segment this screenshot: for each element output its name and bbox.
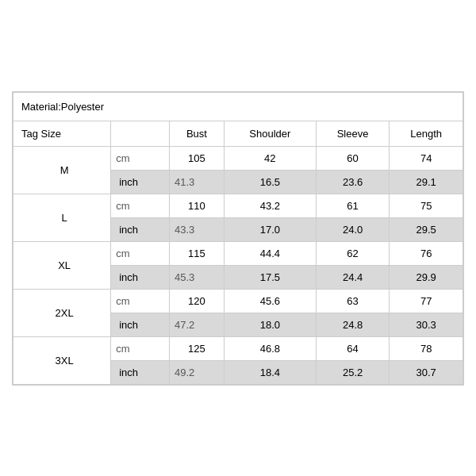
size-chart: Material:Polyester Tag Size Bust Shoulde… bbox=[12, 91, 464, 386]
sleeve-cm-XL: 62 bbox=[316, 241, 390, 265]
sleeve-inch-XL: 24.4 bbox=[316, 265, 390, 289]
bust-inch-L: 43.3 bbox=[169, 217, 224, 241]
unit-cm-XL: cm bbox=[111, 241, 170, 265]
length-inch-3XL: 30.7 bbox=[390, 360, 463, 384]
bust-cm-3XL: 125 bbox=[169, 336, 224, 360]
shoulder-cm-L: 43.2 bbox=[224, 194, 316, 217]
table-row: M cm 105 42 60 74 bbox=[13, 146, 463, 170]
sleeve-inch-M: 23.6 bbox=[316, 170, 390, 194]
length-inch-2XL: 30.3 bbox=[390, 313, 463, 336]
size-label-3XL: 3XL bbox=[13, 336, 111, 384]
unit-cm-M: cm bbox=[111, 146, 170, 170]
length-cm-2XL: 77 bbox=[390, 289, 463, 313]
shoulder-cm-3XL: 46.8 bbox=[224, 336, 316, 360]
table-title: Material:Polyester bbox=[13, 92, 463, 121]
shoulder-inch-L: 17.0 bbox=[224, 217, 316, 241]
shoulder-cm-2XL: 45.6 bbox=[224, 289, 316, 313]
unit-inch-L: inch bbox=[111, 217, 170, 241]
unit-cm-L: cm bbox=[111, 194, 170, 217]
size-label-M: M bbox=[13, 146, 111, 194]
bust-cm-2XL: 120 bbox=[169, 289, 224, 313]
table-row: 3XL cm 125 46.8 64 78 bbox=[13, 336, 463, 360]
size-label-L: L bbox=[13, 194, 111, 241]
shoulder-inch-3XL: 18.4 bbox=[224, 360, 316, 384]
sleeve-cm-2XL: 63 bbox=[316, 289, 390, 313]
unit-inch-XL: inch bbox=[111, 265, 170, 289]
bust-inch-XL: 45.3 bbox=[169, 265, 224, 289]
unit-inch-2XL: inch bbox=[111, 313, 170, 336]
sleeve-cm-3XL: 64 bbox=[316, 336, 390, 360]
sleeve-cm-M: 60 bbox=[316, 146, 390, 170]
bust-inch-M: 41.3 bbox=[169, 170, 224, 194]
length-inch-XL: 29.9 bbox=[390, 265, 463, 289]
size-label-2XL: 2XL bbox=[13, 289, 111, 336]
size-label-XL: XL bbox=[13, 241, 111, 289]
length-inch-M: 29.1 bbox=[390, 170, 463, 194]
unit-inch-3XL: inch bbox=[111, 360, 170, 384]
shoulder-inch-XL: 17.5 bbox=[224, 265, 316, 289]
bust-cm-XL: 115 bbox=[169, 241, 224, 265]
table-row: L cm 110 43.2 61 75 bbox=[13, 194, 463, 217]
sleeve-inch-2XL: 24.8 bbox=[316, 313, 390, 336]
sleeve-cm-L: 61 bbox=[316, 194, 390, 217]
length-cm-M: 74 bbox=[390, 146, 463, 170]
bust-inch-2XL: 47.2 bbox=[169, 313, 224, 336]
length-inch-L: 29.5 bbox=[390, 217, 463, 241]
unit-cm-3XL: cm bbox=[111, 336, 170, 360]
table-row: 2XL cm 120 45.6 63 77 bbox=[13, 289, 463, 313]
col-header-bust: Bust bbox=[169, 121, 224, 146]
length-cm-3XL: 78 bbox=[390, 336, 463, 360]
length-cm-L: 75 bbox=[390, 194, 463, 217]
bust-inch-3XL: 49.2 bbox=[169, 360, 224, 384]
col-header-unit bbox=[111, 121, 170, 146]
shoulder-inch-2XL: 18.0 bbox=[224, 313, 316, 336]
shoulder-cm-M: 42 bbox=[224, 146, 316, 170]
unit-inch-M: inch bbox=[111, 170, 170, 194]
sleeve-inch-3XL: 25.2 bbox=[316, 360, 390, 384]
col-header-sleeve: Sleeve bbox=[316, 121, 390, 146]
unit-cm-2XL: cm bbox=[111, 289, 170, 313]
col-header-length: Length bbox=[390, 121, 463, 146]
bust-cm-M: 105 bbox=[169, 146, 224, 170]
sleeve-inch-L: 24.0 bbox=[316, 217, 390, 241]
bust-cm-L: 110 bbox=[169, 194, 224, 217]
shoulder-inch-M: 16.5 bbox=[224, 170, 316, 194]
header-row: Tag Size Bust Shoulder Sleeve Length bbox=[13, 121, 463, 146]
col-header-tag-size: Tag Size bbox=[13, 121, 111, 146]
table-row: XL cm 115 44.4 62 76 bbox=[13, 241, 463, 265]
title-row: Material:Polyester bbox=[13, 92, 463, 121]
col-header-shoulder: Shoulder bbox=[224, 121, 316, 146]
length-cm-XL: 76 bbox=[390, 241, 463, 265]
shoulder-cm-XL: 44.4 bbox=[224, 241, 316, 265]
